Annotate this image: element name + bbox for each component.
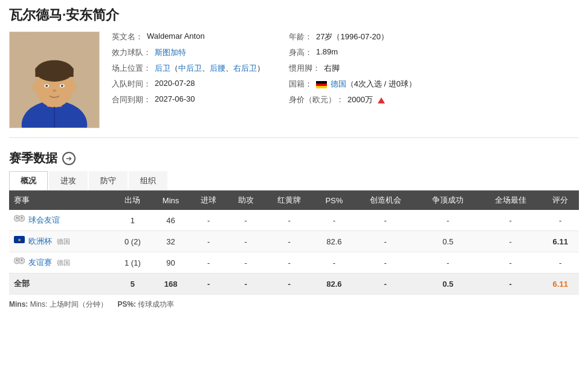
td-mins: 90 [152, 252, 190, 273]
footnote-mins-value: Mins: 上场时间（分钟） [30, 300, 108, 309]
td-aerials: 0.5 [416, 273, 479, 295]
td-ps: 82.6 [314, 231, 354, 252]
td-cards: - [264, 231, 314, 252]
td-cards: - [264, 252, 314, 273]
table-header-row: 赛事 出场 Mins 进球 助攻 红黄牌 PS% 创造机会 争顶成功 全场最佳 … [9, 191, 579, 210]
stats-header: 赛季数据 ➔ [9, 150, 579, 166]
svg-point-8 [45, 85, 48, 87]
td-rating: - [541, 210, 579, 231]
table-row: 友谊赛 德国 1 (1) 90 - - - - - - - - [9, 252, 579, 273]
competition-link[interactable]: 球会友谊 [28, 215, 60, 226]
competition-icon: ★ [14, 236, 25, 247]
position-link-cdm[interactable]: 中后卫 [178, 64, 202, 73]
td-appearances: 5 [114, 273, 152, 295]
footnote-mins-label: Mins: [9, 300, 28, 309]
td-rating: 6.11 [541, 273, 579, 295]
position-link-lb[interactable]: 后腰 [210, 64, 225, 73]
bio-row-nation: 国籍： 德国（4次入选 / 进0球） [289, 79, 416, 90]
td-chances: - [354, 210, 417, 231]
table-row: ★ 欧洲杯 德国 0 (2) 32 - - - 82.6 - 0.5 - 6.1… [9, 231, 579, 252]
col-chances: 创造机会 [354, 191, 417, 210]
competition-link[interactable]: 欧洲杯 [28, 236, 52, 247]
english-name-label: 英文名： [112, 31, 143, 42]
bio-col-right: 年龄： 27岁（1996-07-20） 身高： 1.89m 惯用脚： 右脚 国籍… [289, 31, 416, 128]
flag-germany [316, 81, 327, 88]
tab-organization[interactable]: 组织 [129, 171, 167, 190]
td-ps: - [314, 210, 354, 231]
bio-section: 英文名： Waldemar Anton 效力球队： 斯图加特 场上位置： 后卫（… [9, 31, 579, 138]
td-chances: - [354, 252, 417, 273]
player-photo [9, 31, 100, 128]
td-appearances: 1 (1) [114, 252, 152, 273]
td-goals: - [190, 273, 227, 295]
bio-row-contract: 合同到期： 2027-06-30 [112, 94, 265, 105]
stats-table: 赛事 出场 Mins 进球 助攻 红黄牌 PS% 创造机会 争顶成功 全场最佳 … [9, 191, 579, 295]
bio-row-value: 身价（欧元）： 2000万 [289, 94, 416, 105]
position-value: 后卫（中后卫、后腰、右后卫） [155, 63, 265, 74]
col-mins: Mins [152, 191, 190, 210]
td-aerials: 0.5 [416, 231, 479, 252]
td-chances: - [354, 231, 417, 252]
bio-row-age: 年龄： 27岁（1996-07-20） [289, 31, 416, 42]
col-ps: PS% [314, 191, 354, 210]
td-assists: - [227, 231, 264, 252]
td-assists: - [227, 210, 264, 231]
td-appearances: 0 (2) [114, 231, 152, 252]
td-competition: 友谊赛 德国 [9, 252, 114, 273]
tab-defense[interactable]: 防守 [89, 171, 128, 190]
td-motm: - [479, 273, 542, 295]
col-motm: 全场最佳 [479, 191, 542, 210]
svg-point-9 [61, 85, 63, 87]
stats-arrow-button[interactable]: ➔ [62, 152, 76, 165]
td-aerials: - [416, 252, 479, 273]
td-mins: 46 [152, 210, 190, 231]
col-rating: 评分 [541, 191, 579, 210]
table-footnote: Mins: Mins: 上场时间（分钟） PS%: 传球成功率 [9, 299, 579, 310]
contract-label: 合同到期： [112, 94, 151, 105]
nation-value: 德国（4次入选 / 进0球） [316, 79, 416, 90]
age-label: 年龄： [289, 31, 312, 42]
competition-link[interactable]: 友谊赛 [28, 257, 52, 268]
td-mins: 32 [152, 231, 190, 252]
bio-row-english-name: 英文名： Waldemar Anton [112, 31, 265, 42]
svg-text:★: ★ [18, 238, 21, 242]
td-appearances: 1 [114, 210, 152, 231]
competition-badge: 德国 [57, 237, 70, 246]
col-cards: 红黄牌 [264, 191, 314, 210]
tab-attack[interactable]: 进攻 [49, 171, 88, 190]
player-title: 瓦尔德马·安东简介 [9, 6, 579, 24]
competition-badge: 德国 [57, 258, 70, 267]
position-label: 场上位置： [112, 63, 151, 74]
tab-overview[interactable]: 概况 [9, 171, 48, 190]
arrow-icon-symbol: ➔ [66, 154, 72, 163]
stats-title: 赛季数据 [9, 150, 57, 166]
bio-info: 英文名： Waldemar Anton 效力球队： 斯图加特 场上位置： 后卫（… [112, 31, 579, 128]
td-goals: - [190, 252, 227, 273]
td-cards: - [264, 210, 314, 231]
td-aerials: - [416, 210, 479, 231]
col-assists: 助攻 [227, 191, 264, 210]
value-label: 身价（欧元）： [289, 94, 344, 105]
td-competition: 全部 [9, 273, 114, 295]
td-chances: - [354, 273, 417, 295]
col-competition: 赛事 [9, 191, 114, 210]
team-link[interactable]: 斯图加特 [155, 48, 186, 57]
nation-link[interactable]: 德国 [331, 79, 346, 88]
td-ps: 82.6 [314, 273, 354, 295]
bio-row-team: 效力球队： 斯图加特 [112, 47, 265, 58]
value-amount: 2000万 [347, 94, 385, 105]
position-link-cb[interactable]: 后卫 [155, 64, 170, 73]
team-value: 斯图加特 [155, 47, 186, 58]
td-motm: - [479, 252, 542, 273]
position-link-rb[interactable]: 右后卫 [233, 64, 257, 73]
td-competition: ★ 欧洲杯 德国 [9, 231, 114, 252]
td-goals: - [190, 231, 227, 252]
svg-point-11 [32, 83, 38, 91]
td-assists: - [227, 252, 264, 273]
td-motm: - [479, 231, 542, 252]
nation-label: 国籍： [289, 79, 312, 90]
age-value: 27岁（1996-07-20） [316, 31, 389, 42]
team-label: 效力球队： [112, 47, 151, 58]
stats-section: 赛季数据 ➔ 概况 进攻 防守 组织 赛事 出场 Mins 进球 助攻 红黄牌 [9, 150, 579, 310]
table-row: 球会友谊 1 46 - - - - - - - - [9, 210, 579, 231]
